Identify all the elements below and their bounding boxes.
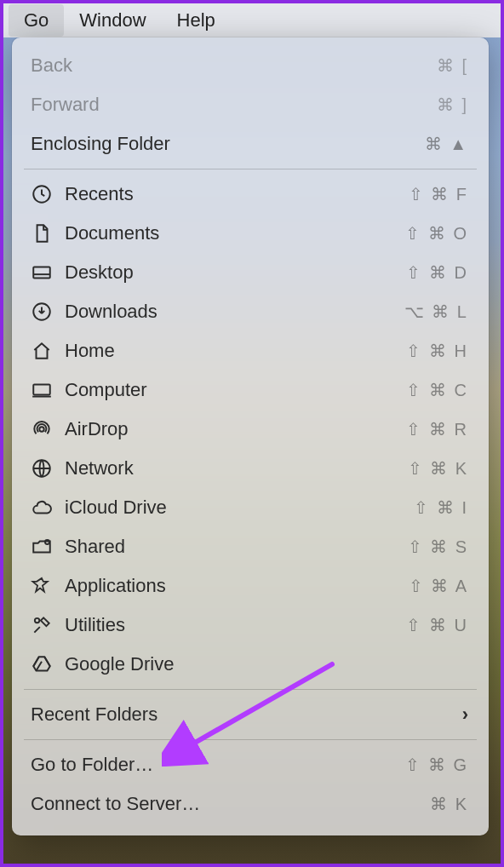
menu-item-label: Go to Folder… [31,754,405,776]
menubar: Go Window Help [3,3,501,37]
menubar-item-go[interactable]: Go [9,4,64,37]
menu-item-label: Downloads [65,301,404,323]
menu-item-back[interactable]: Back ⌘ [ [12,46,489,85]
menu-item-shared[interactable]: Shared ⇧ ⌘ S [12,527,489,566]
menu-item-label: Recents [65,183,409,205]
menu-item-shortcut: ⌘ ] [437,95,468,115]
menu-item-downloads[interactable]: Downloads ⌥ ⌘ L [12,292,489,331]
menu-item-shortcut: ⇧ ⌘ F [409,184,468,204]
menu-item-google-drive[interactable]: Google Drive [12,645,489,684]
menu-item-label: AirDrop [65,418,406,440]
shared-icon [31,536,65,558]
menu-item-shortcut: ⇧ ⌘ K [408,458,468,479]
menubar-item-label: Help [177,9,215,31]
menu-item-connect-to-server[interactable]: Connect to Server… ⌘ K [12,784,489,824]
cloud-icon [31,497,65,519]
menu-item-label: Recent Folders [31,703,462,726]
menu-item-label: Computer [65,379,406,401]
menu-item-recents[interactable]: Recents ⇧ ⌘ F [12,175,489,214]
menubar-item-label: Go [24,9,49,31]
menu-item-computer[interactable]: Computer ⇧ ⌘ C [12,370,489,410]
network-icon [31,457,65,479]
chevron-right-icon: › [462,703,468,726]
menu-item-label: iCloud Drive [65,497,414,519]
computer-icon [31,379,65,401]
menu-item-utilities[interactable]: Utilities ⇧ ⌘ U [12,606,489,645]
menu-item-home[interactable]: Home ⇧ ⌘ H [12,331,489,370]
menu-item-label: Utilities [65,614,406,636]
svg-rect-1 [33,267,50,278]
go-menu-dropdown: Back ⌘ [ Forward ⌘ ] Enclosing Folder ⌘ … [12,37,489,835]
menu-item-label: Forward [31,94,437,116]
menubar-item-window[interactable]: Window [64,4,161,37]
menu-item-label: Home [65,340,406,362]
svg-point-6 [45,540,49,544]
menu-item-shortcut: ⇧ ⌘ R [406,419,468,439]
applications-icon [31,575,65,597]
utilities-icon [31,614,65,636]
menu-item-shortcut: ⇧ ⌘ C [406,380,468,400]
menu-item-shortcut: ⇧ ⌘ O [405,223,468,244]
menu-item-network[interactable]: Network ⇧ ⌘ K [12,449,489,488]
desktop-icon [31,261,65,284]
menu-item-forward[interactable]: Forward ⌘ ] [12,85,489,124]
home-icon [31,340,65,362]
menu-item-airdrop[interactable]: AirDrop ⇧ ⌘ R [12,410,489,449]
menu-item-enclosing-folder[interactable]: Enclosing Folder ⌘ ▲ [12,124,489,164]
menu-item-recent-folders[interactable]: Recent Folders › [12,695,489,734]
menu-item-label: Back [31,55,437,77]
menu-separator [24,169,477,169]
menu-item-label: Connect to Server… [31,793,430,815]
menubar-item-help[interactable]: Help [162,4,231,37]
menu-item-shortcut: ⌘ ▲ [425,134,468,154]
clock-icon [31,183,65,205]
document-icon [31,222,65,244]
menu-item-icloud-drive[interactable]: iCloud Drive ⇧ ⌘ I [12,488,489,527]
menu-item-shortcut: ⌘ K [430,794,468,814]
menu-item-shortcut: ⇧ ⌘ H [406,341,468,361]
menu-item-shortcut: ⇧ ⌘ A [409,576,468,596]
menu-item-go-to-folder[interactable]: Go to Folder… ⇧ ⌘ G [12,745,489,784]
menu-item-shortcut: ⇧ ⌘ U [406,615,468,635]
menu-item-desktop[interactable]: Desktop ⇧ ⌘ D [12,253,489,292]
menu-item-applications[interactable]: Applications ⇧ ⌘ A [12,566,489,606]
airdrop-icon [31,418,65,440]
menu-item-shortcut: ⇧ ⌘ I [414,497,468,518]
menu-item-shortcut: ⇧ ⌘ G [405,755,468,775]
svg-rect-3 [33,385,50,395]
svg-point-7 [35,618,39,623]
menu-item-label: Enclosing Folder [31,133,425,155]
google-drive-icon [31,653,65,675]
menu-item-shortcut: ⌥ ⌘ L [404,301,468,322]
menu-item-label: Google Drive [65,653,468,675]
menu-item-documents[interactable]: Documents ⇧ ⌘ O [12,214,489,253]
menu-item-label: Network [65,457,408,479]
menu-item-label: Applications [65,575,409,597]
menu-separator [24,739,477,740]
menu-item-label: Documents [65,222,405,244]
menu-item-label: Shared [65,536,408,558]
menu-item-label: Desktop [65,261,406,284]
svg-point-4 [39,427,43,431]
download-icon [31,301,65,323]
menu-separator [24,689,477,690]
menu-item-shortcut: ⇧ ⌘ S [408,537,468,557]
menu-item-shortcut: ⇧ ⌘ D [406,262,468,283]
menubar-item-label: Window [79,9,146,31]
menu-item-shortcut: ⌘ [ [437,55,468,76]
